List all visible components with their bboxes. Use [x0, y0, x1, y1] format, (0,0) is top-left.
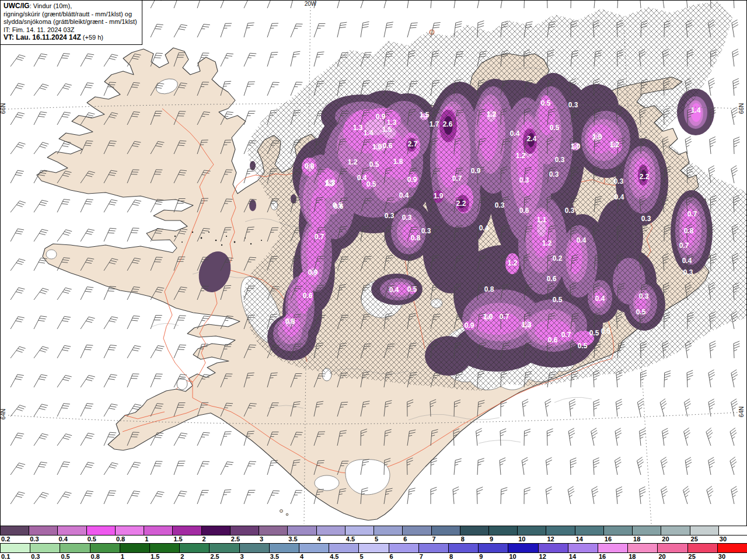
- colorbar-segment: [90, 544, 120, 552]
- precip-value-label: 1.2: [508, 259, 518, 267]
- colorbar-tick-label: 5: [375, 536, 378, 542]
- colorbar-tick-label: 3.5: [270, 553, 279, 560]
- precip-value-label: 1.3: [326, 178, 336, 187]
- precip-value-label: 0.4: [357, 174, 367, 182]
- precip-value-label: 0.7: [679, 242, 689, 250]
- precip-value-label: 0.6: [519, 206, 529, 215]
- precip-value-label: 0.5: [636, 308, 646, 316]
- colorbar-segment: [717, 544, 747, 552]
- colorbar-tick-label: 4.5: [330, 553, 338, 560]
- colorbar-segment: [517, 526, 546, 535]
- colorbar-segment: [239, 544, 269, 552]
- colorbar-tick-label: 1: [145, 536, 148, 542]
- colorbar-segment: [60, 544, 89, 552]
- precip-value-label: 0.6: [383, 142, 393, 150]
- precip-value-label: 1.2: [487, 110, 497, 118]
- colorbar-segment: [259, 526, 287, 535]
- lat-label-64n-left: 64N: [0, 409, 6, 419]
- colorbar-segment: [627, 544, 657, 552]
- colorbar-tick-label: 7: [420, 553, 423, 560]
- colorbar-tick-label: 14: [576, 536, 583, 542]
- precip-value-label: 0.9: [376, 113, 386, 121]
- precip-value-label: 0.7: [687, 210, 697, 218]
- colorbar-tick-label: 3.5: [288, 536, 297, 542]
- colorbar-segment: [120, 544, 149, 552]
- colorbar-tick-label: 2.5: [210, 553, 219, 560]
- precip-value-label: 0.4: [595, 295, 605, 303]
- colorbar-segment: [29, 526, 57, 535]
- precip-value-label: 0.4: [389, 286, 399, 294]
- legend-line-1: UWC/IG: Vindur (10m),: [4, 2, 139, 10]
- colorbar-tick-label: 7: [432, 536, 435, 542]
- precip-value-label: 0.4: [615, 193, 624, 201]
- precip-value-label: 0.8: [411, 234, 421, 242]
- precip-value-label: 1.2: [610, 141, 620, 149]
- precip-value-label: 1.2: [348, 158, 358, 166]
- precip-value-label: 0.5: [589, 329, 599, 337]
- legend-box: UWC/IG: Vindur (10m), rigning/skúrir (gr…: [0, 0, 142, 45]
- precip-value-label: 0.3: [549, 170, 559, 178]
- lat-label-64n-right: 64N: [738, 407, 745, 417]
- colorbar-tick-label: 2: [180, 553, 184, 560]
- weather-map-app: 20W 66N 66N 64N 64N 0.91.31.31.41.51.51.…: [0, 0, 747, 560]
- colorbar-segment: [269, 544, 299, 552]
- colorbar-tick-label: 9: [479, 553, 483, 560]
- colorbar-segment: [632, 526, 661, 535]
- precip-value-label: 0.4: [577, 236, 587, 244]
- precip-value-label: 0.3: [565, 206, 575, 215]
- precip-value-label: 0.8: [684, 227, 694, 235]
- precip-value-label: 0.3: [683, 268, 693, 276]
- colorbar-segment: [546, 526, 574, 535]
- precip-value-label: 0.3: [519, 176, 529, 184]
- colorbar-segment: [448, 544, 478, 552]
- colorbar-segment: [345, 526, 374, 535]
- precip-value-label: 0.8: [285, 317, 295, 326]
- precip-value-label: 0.6: [548, 336, 558, 344]
- colorbar-tick-label: 6: [403, 536, 407, 542]
- precip-value-label: 0.3: [555, 156, 565, 164]
- precip-value-label: 1.5: [420, 111, 430, 119]
- precip-value-label: 1.7: [430, 120, 439, 128]
- precip-value-label: 1.4: [364, 129, 374, 137]
- precip-value-label: 1.1: [537, 216, 547, 224]
- precip-value-label: 0.5: [550, 124, 560, 132]
- precip-value-label: 0.6: [303, 292, 313, 300]
- colorbar-tick-label: 14: [569, 553, 576, 560]
- colorbar-tick-label: 4: [300, 553, 303, 560]
- sleet-scale-labels: 0.20.30.40.50.811.522.533.544.5567891012…: [0, 536, 747, 544]
- precip-value-label: 1.8: [393, 158, 403, 166]
- colorbar-segment: [568, 544, 598, 552]
- precip-value-label: 0.6: [334, 202, 344, 211]
- precip-value-label: 1.4: [691, 106, 701, 114]
- legend-line-3: slydda/snjókoma (grátt/bleikt/grænt - mm…: [4, 18, 139, 26]
- colorbar-tick-label: 20: [658, 553, 665, 560]
- precip-value-label: 0.7: [561, 331, 571, 339]
- colorbar-tick-label: 3: [260, 536, 263, 542]
- colorbar-segment: [478, 544, 508, 552]
- colorbar-tick-label: 0.5: [61, 553, 69, 560]
- rain-scale-labels: 0.10.30.50.811.522.533.544.5567891012141…: [0, 553, 747, 560]
- precip-value-label: 0.7: [315, 233, 324, 241]
- precip-value-label: 0.7: [452, 174, 462, 183]
- precip-value-label: 0.2: [553, 254, 563, 262]
- colorbar-segment: [488, 526, 517, 535]
- legend-line-2: rigning/skúrir (grænt/blátt/rautt - mm/1…: [4, 10, 139, 19]
- colorbar-tick-label: 4: [317, 536, 321, 542]
- colorbar-tick-label: 8: [449, 553, 453, 560]
- precip-value-label: 2.6: [443, 120, 453, 128]
- precip-value-label: 1.9: [434, 192, 444, 200]
- precip-value-label: 0.3: [639, 292, 649, 300]
- precip-value-label: 0.5: [601, 327, 611, 335]
- colorbar-tick-label: 0.5: [88, 536, 96, 542]
- colorbar-tick-label: 2: [203, 536, 206, 542]
- colorbar-segment: [598, 544, 627, 552]
- precip-value-label: 1.2: [542, 239, 552, 247]
- legend-line-5-rest: (+59 h): [81, 34, 103, 41]
- colorbar-segment: [179, 544, 209, 552]
- colorbar-segment: [287, 526, 316, 535]
- precip-value-label: 0.5: [553, 296, 563, 304]
- precip-value-label: 2.4: [527, 135, 537, 143]
- precip-value-label: 0.9: [308, 268, 318, 276]
- colorbar-segment: [316, 526, 345, 535]
- colorbar-tick-label: 25: [689, 553, 696, 560]
